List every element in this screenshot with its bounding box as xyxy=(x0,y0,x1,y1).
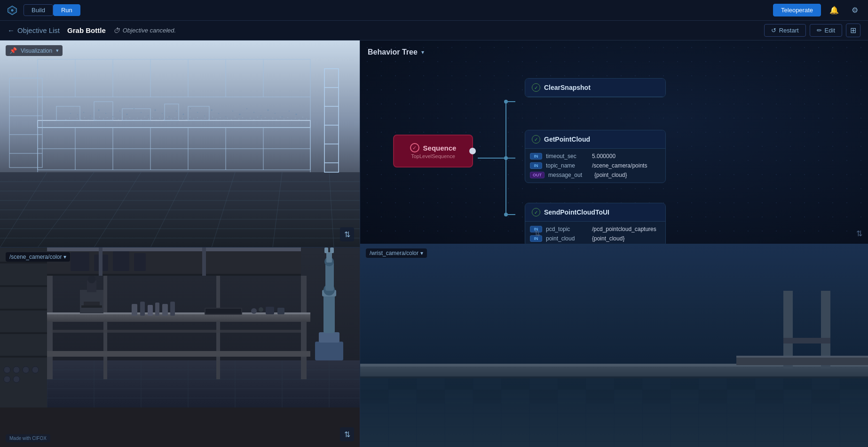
param-name-timeout: timeout_sec xyxy=(546,153,588,160)
svg-point-55 xyxy=(119,111,120,112)
chevron-down-icon[interactable]: ▾ xyxy=(56,48,59,54)
sequence-node-name: Sequence xyxy=(423,144,457,152)
wrist-camera-topic: /wrist_camera/color xyxy=(370,250,418,256)
svg-point-50 xyxy=(83,112,84,113)
svg-point-64 xyxy=(183,114,184,115)
svg-rect-220 xyxy=(202,247,206,276)
clear-snapshot-header: ✓ ClearSnapshot xyxy=(525,79,665,97)
svg-point-137 xyxy=(276,119,277,120)
svg-point-105 xyxy=(156,120,157,120)
param-row-timeout: IN timeout_sec 5.000000 xyxy=(530,152,661,161)
objective-bar: ← Objective List Grab Bottle ⏱ Objective… xyxy=(0,21,868,40)
svg-rect-189 xyxy=(81,305,102,308)
svg-rect-213 xyxy=(47,274,301,276)
svg-point-120 xyxy=(212,117,213,118)
svg-point-77 xyxy=(275,113,276,114)
notifications-icon[interactable]: 🔔 xyxy=(827,3,842,18)
svg-rect-194 xyxy=(162,304,168,316)
svg-point-175 xyxy=(4,376,10,383)
svg-rect-273 xyxy=(501,390,529,404)
svg-rect-214 xyxy=(71,252,89,271)
svg-point-65 xyxy=(190,108,191,109)
left-panel: 📌 Visualization ▾ xyxy=(0,40,360,447)
camera-dropdown-icon[interactable]: ▾ xyxy=(63,254,66,260)
view-controls: 📌 Visualization ▾ xyxy=(6,45,63,56)
svg-point-66 xyxy=(197,112,198,113)
svg-rect-219 xyxy=(99,247,103,276)
visualization-view: 📌 Visualization ▾ xyxy=(0,40,360,247)
get-point-cloud-params: IN timeout_sec 5.000000 IN topic_name /s… xyxy=(525,149,665,183)
svg-point-110 xyxy=(174,117,175,118)
svg-point-176 xyxy=(13,376,20,383)
svg-point-142 xyxy=(295,118,296,119)
back-to-objective-list[interactable]: ← Objective List xyxy=(8,26,60,34)
svg-rect-279 xyxy=(671,390,699,404)
svg-point-119 xyxy=(208,119,209,120)
svg-rect-168 xyxy=(0,309,47,311)
svg-point-199 xyxy=(259,307,263,312)
clear-snapshot-node[interactable]: ✓ ClearSnapshot xyxy=(525,78,666,97)
param-row-message-out: OUT message_out {point_cloud} xyxy=(530,170,661,180)
top-navigation: Build Run Teleoperate 🔔 ⚙ xyxy=(0,0,868,21)
svg-rect-285 xyxy=(840,390,868,404)
wrist-camera-dropdown-icon[interactable]: ▾ xyxy=(420,250,423,256)
param-row-point-cloud: IN point_cloud {point_cloud} xyxy=(530,234,661,243)
param-row-pcd-topic: IN pcd_topic /pcd_pointcloud_captures xyxy=(530,224,661,234)
svg-rect-276 xyxy=(586,390,614,404)
restart-button[interactable]: ↺ Restart xyxy=(764,24,806,37)
svg-rect-195 xyxy=(170,302,175,316)
svg-point-95 xyxy=(118,119,119,120)
svg-point-140 xyxy=(287,117,288,118)
param-name-point-cloud: point_cloud xyxy=(546,235,588,242)
swap-view-button[interactable]: ⇅ xyxy=(340,227,354,241)
svg-point-76 xyxy=(268,110,269,111)
svg-point-73 xyxy=(246,108,247,109)
svg-point-145 xyxy=(306,119,307,120)
edit-icon: ✏ xyxy=(817,27,822,34)
objective-list-label[interactable]: Objective List xyxy=(17,26,60,34)
bottom-left-swap-button[interactable]: ⇅ xyxy=(340,427,354,441)
svg-rect-190 xyxy=(132,304,137,316)
edit-button[interactable]: ✏ Edit xyxy=(810,24,842,37)
svg-point-59 xyxy=(148,115,149,116)
svg-point-79 xyxy=(289,111,290,112)
svg-point-144 xyxy=(302,117,303,118)
svg-point-171 xyxy=(4,367,10,373)
svg-point-129 xyxy=(246,120,247,120)
svg-rect-180 xyxy=(216,276,220,379)
camera-topic-text: /scene_camera/color xyxy=(9,254,62,260)
resize-handle-bt[interactable]: ⇅ xyxy=(534,229,540,238)
svg-point-67 xyxy=(204,115,205,116)
svg-rect-200 xyxy=(266,307,274,314)
svg-rect-277 xyxy=(614,390,642,404)
svg-point-58 xyxy=(141,112,142,113)
teleoperate-button[interactable]: Teleoperate xyxy=(773,4,821,16)
behavior-tree-title: Behavior Tree xyxy=(368,48,418,56)
settings-icon[interactable]: ⚙ xyxy=(847,3,862,18)
param-value-point-cloud: {point_cloud} xyxy=(592,235,624,242)
get-point-cloud-node[interactable]: ✓ GetPointCloud IN timeout_sec 5.000000 … xyxy=(525,130,666,183)
bt-dropdown-icon[interactable]: ▾ xyxy=(421,49,424,56)
sequence-node[interactable]: ✓ Sequence TopLevelSequence xyxy=(393,135,473,168)
svg-point-198 xyxy=(251,308,257,314)
svg-point-135 xyxy=(268,120,269,120)
svg-point-54 xyxy=(112,116,113,117)
svg-point-48 xyxy=(70,113,71,114)
build-button[interactable]: Build xyxy=(24,4,53,16)
send-point-cloud-node[interactable]: ✓ SendPointCloudToUI IN pcd_topic /pcd_p… xyxy=(525,203,666,244)
right-section: Behavior Tree ▾ ✓ Sequence xyxy=(360,40,868,447)
sort-handle-bt[interactable]: ⇅ xyxy=(856,229,862,238)
svg-rect-170 xyxy=(0,356,47,358)
scene-camera-label[interactable]: /scene_camera/color ▾ xyxy=(6,252,70,262)
svg-point-103 xyxy=(148,119,149,120)
svg-rect-268 xyxy=(360,390,388,404)
svg-rect-165 xyxy=(0,247,47,407)
run-button[interactable]: Run xyxy=(53,4,80,16)
param-row-topic-name: IN topic_name /scene_camera/points xyxy=(530,161,661,170)
svg-point-61 xyxy=(162,113,163,114)
svg-point-118 xyxy=(205,118,205,119)
wrist-camera-label[interactable]: /wrist_camera/color ▾ xyxy=(366,248,427,258)
layout-grid-button[interactable]: ⊞ xyxy=(846,24,860,37)
sequence-node-header: ✓ Sequence xyxy=(410,143,457,152)
svg-rect-193 xyxy=(155,303,159,316)
